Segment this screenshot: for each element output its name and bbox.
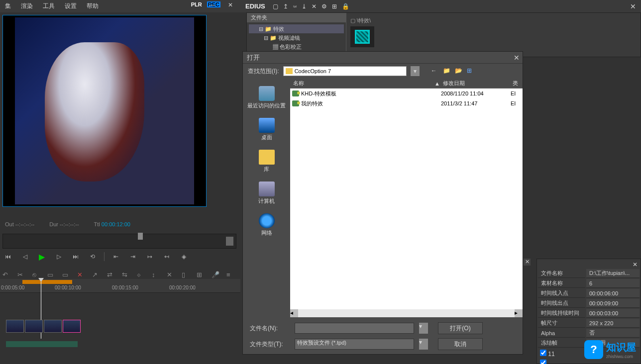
clip-1[interactable] [6,320,24,333]
goto-out-icon[interactable]: ↤ [161,251,172,262]
filetype-dropdown-icon[interactable]: ▾ [419,339,428,350]
folder-icon[interactable]: ▢ [273,3,278,10]
effects-panel: 文件夹 ⊟ 📁 特效 ⊟ 📁 视频滤镜 ▦ 色彩校正 📁 音频滤镜 ▢ \特效\ [246,12,641,57]
prop-row: 素材名称6 [538,279,640,288]
transport-controls: ⏮ ◁ ▶ ▷ ⏭ ⟲ ⇤ ⇥ ↦ ↤ ◈ [2,251,189,262]
lookin-label: 查找范围(I): [248,67,279,76]
nav-new-icon[interactable]: 📂 [455,67,463,75]
file-list: 名称▲ 修改日期 类 KHD-特效模板 2008/11/20 11:04 EI … [290,79,523,317]
file-icon [292,91,299,96]
scrubber[interactable] [2,234,236,249]
place-desktop[interactable]: 桌面 [247,114,287,144]
logo-icon: ? [584,340,603,359]
place-recent[interactable]: 最近访问的位置 [247,83,287,112]
main-menu: 集 渲染 工具 设置 帮助 PLRREC — ✕ [0,0,240,12]
goto-in-icon[interactable]: ↦ [144,251,155,262]
col-date[interactable]: 修改日期 [443,80,513,87]
filename-label: 文件名(N): [250,324,290,333]
place-library[interactable]: 库 [247,146,287,176]
step-back-icon[interactable]: ◁ [19,251,30,262]
rewind-icon[interactable]: ⏮ [2,251,13,262]
nav-view-icon[interactable]: ⊞ [467,67,475,75]
open-button[interactable]: 打开(O) [438,322,483,334]
scroll-right-icon[interactable]: ▸ [515,309,523,317]
up-icon[interactable]: ↥ [283,3,288,10]
col-type[interactable]: 类 [513,80,523,87]
clip-2[interactable] [25,320,43,333]
file-row[interactable]: KHD-特效模板 2008/11/20 11:04 EI [290,89,523,98]
dialog-close-icon[interactable]: ✕ [514,54,520,62]
menu-tools[interactable]: 工具 [38,2,60,10]
mark-in-icon[interactable]: ⇤ [110,251,121,262]
video-preview[interactable] [2,15,207,207]
clip-track [6,320,81,333]
timeline: 0:00:05:00 00:00:10:00 00:00:15:00 00:00… [0,279,240,364]
aux-close-icon[interactable]: ✕ [524,259,531,266]
dialog-title: 打开 ✕ [243,52,523,64]
import-icon[interactable]: ⤓ [302,3,307,10]
fx-root[interactable]: ⊟ 📁 特效 [249,24,344,33]
nav-up-icon[interactable]: 📁 [443,67,451,75]
menu-render[interactable]: 渲染 [16,2,38,10]
audio-track[interactable] [6,341,78,347]
minimize-icon[interactable]: — [204,1,220,8]
h-scrollbar[interactable]: ◂ ▸ [290,309,523,317]
col-name[interactable]: 名称 [290,80,434,87]
lookin-combo[interactable]: CodecOption 7 [283,66,407,76]
fx-video-filter[interactable]: ⊟ 📁 视频滤镜 [249,33,344,42]
props-icon[interactable]: ⚙ [321,3,327,10]
loop-icon[interactable]: ⟲ [87,251,98,262]
nav-back-icon[interactable]: ← [431,67,439,75]
prop-check-1[interactable] [540,350,546,356]
menu-settings[interactable]: 设置 [60,2,82,10]
preview-panel: Out --:--:--:-- Dur --:--:--:-- Ttl 00:0… [0,12,240,271]
track-segment [22,280,72,284]
effects-tree: 文件夹 ⊟ 📁 特效 ⊟ 📁 视频滤镜 ▦ 色彩校正 📁 音频滤镜 [247,13,346,57]
open-dialog: 打开 ✕ 查找范围(I): CodecOption 7 ▾ ← 📁 📂 ⊞ 最近… [242,51,523,355]
fx-breadcrumb: ▢ \特效\ [350,17,637,24]
mark-out-icon[interactable]: ⇥ [127,251,138,262]
file-icon [292,100,299,106]
prop-row: 文件名称D:\工作\tupian\... [538,269,640,278]
clip-4[interactable] [63,320,81,333]
props-close-icon[interactable]: ✕ [633,261,638,268]
place-computer[interactable]: 计算机 [247,178,287,208]
filetype-combo[interactable]: 特效预设文件 (*.tpd) [295,339,414,350]
prop-check-2[interactable] [540,360,546,364]
tree-icon[interactable]: ⎃ [293,3,297,10]
fast-fwd-icon[interactable]: ⏭ [70,251,81,262]
prop-row: 帧尺寸292 x 220 [538,319,640,328]
scroll-left-icon[interactable]: ◂ [290,309,298,317]
lock-icon[interactable]: 🔒 [342,3,349,10]
fx-color-correct[interactable]: ▦ 色彩校正 [249,42,344,51]
fx-thumbnail[interactable] [350,26,374,47]
marker-icon[interactable]: ◈ [178,251,189,262]
prop-row: Alpha否 [538,329,640,338]
time-ruler[interactable]: 0:00:05:00 00:00:10:00 00:00:15:00 00:00… [0,279,240,293]
edius-title: EDIUS [245,2,265,10]
filetype-label: 文件类型(T): [250,340,290,349]
lookin-dropdown-icon[interactable]: ▾ [411,66,420,76]
prop-row: 时间线持续时间00:00:03:00 [538,309,640,318]
places-bar: 最近访问的位置 桌面 库 计算机 网络 [243,79,290,317]
delete2-icon[interactable]: ✕ [312,3,317,10]
clip-3[interactable] [44,320,62,333]
edius-header: EDIUS ▢ ↥ ⎃ ⤓ ✕ ⚙ ⊞ 🔒 ✕ [240,0,641,12]
prop-row: 时间线出点00:00:09:00 [538,299,640,308]
step-fwd-icon[interactable]: ▷ [53,251,64,262]
menu-capture[interactable]: 集 [0,2,16,10]
play-icon[interactable]: ▶ [36,251,47,262]
filename-dropdown-icon[interactable]: ▾ [419,323,428,334]
view-icon[interactable]: ⊞ [332,3,337,10]
panel-close-icon[interactable]: ✕ [630,2,636,10]
cancel-button[interactable]: 取消 [438,338,483,350]
scrubber-handle[interactable] [138,233,143,240]
menu-help[interactable]: 帮助 [82,2,104,10]
close-icon[interactable]: ✕ [223,1,238,8]
filename-input[interactable] [295,323,414,334]
file-row[interactable]: 我的特效 2011/3/2 11:47 EI [290,98,523,108]
site-logo: ? 知识屋 zhishiwu.com [584,340,636,359]
folder-icon [286,68,293,74]
prop-row: 时间线入点00:00:06:00 [538,289,640,298]
place-network[interactable]: 网络 [247,210,287,240]
